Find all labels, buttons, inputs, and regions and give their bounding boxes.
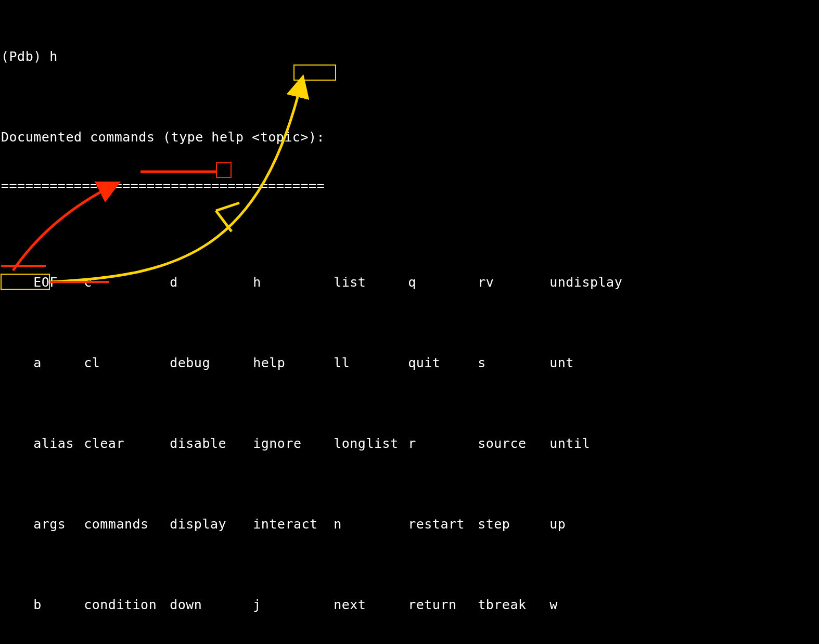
cmd-cell: commands — [84, 516, 170, 532]
cmd-cell: help — [253, 355, 334, 371]
cmd-cell: s — [478, 355, 549, 371]
cmd-cell: source — [478, 435, 549, 452]
cmd-cell: q — [408, 274, 478, 290]
cmd-cell: args — [33, 516, 84, 532]
cmd-cell: clear — [84, 435, 170, 452]
cmd-cell: next — [334, 597, 408, 613]
cmd-cell: h — [253, 274, 334, 290]
cmd-cell: condition — [84, 597, 170, 613]
cmd-cell: j — [253, 597, 334, 613]
cmd-cell: up — [549, 516, 626, 532]
cmd-cell: r — [408, 435, 478, 452]
cmd-cell: b — [33, 597, 84, 613]
cmd-cell: w — [549, 597, 626, 613]
cmd-row-4: bconditiondownjnextreturntbreakw — [1, 581, 819, 629]
yellow-arrow-tail-icon — [216, 203, 239, 231]
cmd-cell: tbreak — [478, 597, 549, 613]
terminal-output: (Pdb) h Documented commands (type help <… — [0, 0, 819, 644]
cmd-cell: step — [478, 516, 549, 532]
cmd-cell: debug — [170, 355, 253, 371]
cmd-cell: alias — [33, 435, 84, 452]
cmd-cell-list: list — [334, 274, 408, 290]
cmd-row-3: argscommandsdisplayinteractnrestartstepu… — [1, 500, 819, 548]
highlight-list-box — [293, 65, 336, 81]
cmd-cell: cl — [84, 355, 170, 371]
cmd-cell: longlist — [334, 435, 408, 452]
cmd-cell: unt — [549, 355, 626, 371]
cmd-cell: disable — [170, 435, 253, 452]
documented-header: Documented commands (type help <topic>): — [1, 129, 819, 145]
cmd-cell: EOF — [33, 274, 84, 290]
cmd-row-0: EOFcdhlistqrvundisplay — [1, 258, 819, 306]
cmd-cell: return — [408, 597, 478, 613]
cmd-row-2: aliascleardisableignorelonglistrsourceun… — [1, 419, 819, 468]
cmd-row-1: acldebughelpllquitsunt — [1, 339, 819, 387]
cmd-cell: restart — [408, 516, 478, 532]
cmd-cell: until — [549, 435, 626, 452]
cmd-cell: display — [170, 516, 253, 532]
cmd-cell: quit — [408, 355, 478, 371]
documented-rule: ======================================== — [1, 177, 819, 194]
cmd-cell: ignore — [253, 435, 334, 452]
cmd-cell: undisplay — [549, 274, 626, 290]
cmd-cell: n — [334, 516, 408, 532]
cmd-cell: interact — [253, 516, 334, 532]
cmd-cell: ll — [334, 355, 408, 371]
cmd-cell: rv — [478, 274, 549, 290]
cmd-cell: a — [33, 355, 84, 371]
highlight-l-box — [216, 162, 232, 178]
prompt-line-1: (Pdb) h — [1, 48, 819, 65]
cmd-cell: down — [170, 597, 253, 613]
cmd-cell: c — [84, 274, 170, 290]
cmd-cell: d — [170, 274, 253, 290]
